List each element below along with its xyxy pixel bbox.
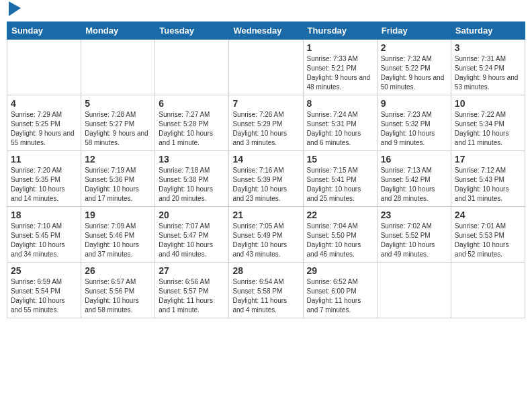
calendar-cell: 22Sunrise: 7:04 AM Sunset: 5:50 PM Dayli… <box>303 207 377 263</box>
day-number: 2 <box>381 42 447 53</box>
logo-icon <box>9 1 21 16</box>
calendar-cell <box>7 40 81 95</box>
calendar-cell: 26Sunrise: 6:57 AM Sunset: 5:56 PM Dayli… <box>81 263 155 318</box>
day-info: Sunrise: 7:09 AM Sunset: 5:46 PM Dayligh… <box>85 222 151 259</box>
svg-marker-0 <box>9 1 21 16</box>
calendar-cell: 14Sunrise: 7:16 AM Sunset: 5:39 PM Dayli… <box>229 151 303 207</box>
day-info: Sunrise: 7:20 AM Sunset: 5:35 PM Dayligh… <box>11 166 77 203</box>
calendar-cell <box>377 263 451 318</box>
day-number: 4 <box>11 98 77 109</box>
day-info: Sunrise: 6:59 AM Sunset: 5:54 PM Dayligh… <box>11 277 77 315</box>
day-number: 26 <box>85 265 151 276</box>
day-info: Sunrise: 6:52 AM Sunset: 6:00 PM Dayligh… <box>307 277 373 315</box>
day-info: Sunrise: 7:18 AM Sunset: 5:38 PM Dayligh… <box>159 166 225 203</box>
calendar-cell: 18Sunrise: 7:10 AM Sunset: 5:45 PM Dayli… <box>7 207 81 263</box>
calendar-cell: 25Sunrise: 6:59 AM Sunset: 5:54 PM Dayli… <box>7 263 81 318</box>
day-info: Sunrise: 7:32 AM Sunset: 5:22 PM Dayligh… <box>381 54 447 92</box>
calendar-cell: 4Sunrise: 7:29 AM Sunset: 5:25 PM Daylig… <box>7 95 81 151</box>
calendar-cell: 7Sunrise: 7:26 AM Sunset: 5:29 PM Daylig… <box>229 95 303 151</box>
day-info: Sunrise: 7:13 AM Sunset: 5:42 PM Dayligh… <box>381 166 447 203</box>
day-info: Sunrise: 7:02 AM Sunset: 5:52 PM Dayligh… <box>381 222 447 259</box>
page: SundayMondayTuesdayWednesdayThursdayFrid… <box>0 0 532 411</box>
calendar-cell: 5Sunrise: 7:28 AM Sunset: 5:27 PM Daylig… <box>81 95 155 151</box>
calendar-week-0: 1Sunrise: 7:33 AM Sunset: 5:21 PM Daylig… <box>7 40 525 95</box>
calendar-cell: 1Sunrise: 7:33 AM Sunset: 5:21 PM Daylig… <box>303 40 377 95</box>
day-info: Sunrise: 7:27 AM Sunset: 5:28 PM Dayligh… <box>159 110 225 148</box>
weekday-header-tuesday: Tuesday <box>155 22 229 40</box>
calendar-cell <box>451 263 525 318</box>
day-info: Sunrise: 7:29 AM Sunset: 5:25 PM Dayligh… <box>11 110 77 148</box>
day-number: 3 <box>455 42 521 53</box>
calendar-cell: 12Sunrise: 7:19 AM Sunset: 5:36 PM Dayli… <box>81 151 155 207</box>
calendar-cell: 2Sunrise: 7:32 AM Sunset: 5:22 PM Daylig… <box>377 40 451 95</box>
calendar-week-2: 11Sunrise: 7:20 AM Sunset: 5:35 PM Dayli… <box>7 151 525 207</box>
day-info: Sunrise: 7:12 AM Sunset: 5:43 PM Dayligh… <box>455 166 521 203</box>
day-number: 8 <box>307 98 373 109</box>
weekday-header-saturday: Saturday <box>451 22 525 40</box>
calendar-body: 1Sunrise: 7:33 AM Sunset: 5:21 PM Daylig… <box>7 40 525 318</box>
day-number: 19 <box>85 210 151 220</box>
day-info: Sunrise: 7:07 AM Sunset: 5:47 PM Dayligh… <box>159 222 225 259</box>
calendar-cell: 17Sunrise: 7:12 AM Sunset: 5:43 PM Dayli… <box>451 151 525 207</box>
day-number: 1 <box>307 42 373 53</box>
day-number: 18 <box>11 210 77 220</box>
day-info: Sunrise: 7:24 AM Sunset: 5:31 PM Dayligh… <box>307 110 373 148</box>
day-number: 28 <box>232 265 299 276</box>
weekday-header-thursday: Thursday <box>303 22 377 40</box>
day-info: Sunrise: 6:54 AM Sunset: 5:58 PM Dayligh… <box>232 277 299 315</box>
day-number: 17 <box>455 154 521 165</box>
day-info: Sunrise: 6:56 AM Sunset: 5:57 PM Dayligh… <box>159 277 225 315</box>
weekday-header-monday: Monday <box>81 22 155 40</box>
day-number: 21 <box>232 210 299 220</box>
weekday-header-row: SundayMondayTuesdayWednesdayThursdayFrid… <box>7 22 525 40</box>
calendar-cell: 16Sunrise: 7:13 AM Sunset: 5:42 PM Dayli… <box>377 151 451 207</box>
day-info: Sunrise: 7:05 AM Sunset: 5:49 PM Dayligh… <box>232 222 299 259</box>
day-info: Sunrise: 7:15 AM Sunset: 5:41 PM Dayligh… <box>307 166 373 203</box>
day-number: 7 <box>232 98 299 109</box>
calendar-cell: 23Sunrise: 7:02 AM Sunset: 5:52 PM Dayli… <box>377 207 451 263</box>
day-number: 20 <box>159 210 225 220</box>
day-info: Sunrise: 7:31 AM Sunset: 5:24 PM Dayligh… <box>455 54 521 92</box>
day-info: Sunrise: 7:26 AM Sunset: 5:29 PM Dayligh… <box>232 110 299 148</box>
calendar-cell: 29Sunrise: 6:52 AM Sunset: 6:00 PM Dayli… <box>303 263 377 318</box>
calendar-cell <box>155 40 229 95</box>
day-number: 11 <box>11 154 77 165</box>
day-info: Sunrise: 7:33 AM Sunset: 5:21 PM Dayligh… <box>307 54 373 92</box>
calendar-week-3: 18Sunrise: 7:10 AM Sunset: 5:45 PM Dayli… <box>7 207 525 263</box>
day-number: 22 <box>307 210 373 220</box>
calendar-cell: 9Sunrise: 7:23 AM Sunset: 5:32 PM Daylig… <box>377 95 451 151</box>
calendar-cell: 13Sunrise: 7:18 AM Sunset: 5:38 PM Dayli… <box>155 151 229 207</box>
day-info: Sunrise: 7:10 AM Sunset: 5:45 PM Dayligh… <box>11 222 77 259</box>
calendar-cell: 15Sunrise: 7:15 AM Sunset: 5:41 PM Dayli… <box>303 151 377 207</box>
day-number: 12 <box>85 154 151 165</box>
weekday-header-wednesday: Wednesday <box>229 22 303 40</box>
day-info: Sunrise: 7:04 AM Sunset: 5:50 PM Dayligh… <box>307 222 373 259</box>
logo <box>7 7 21 16</box>
day-info: Sunrise: 7:16 AM Sunset: 5:39 PM Dayligh… <box>232 166 299 203</box>
calendar-cell: 28Sunrise: 6:54 AM Sunset: 5:58 PM Dayli… <box>229 263 303 318</box>
day-number: 29 <box>307 265 373 276</box>
calendar-cell: 8Sunrise: 7:24 AM Sunset: 5:31 PM Daylig… <box>303 95 377 151</box>
calendar-cell: 10Sunrise: 7:22 AM Sunset: 5:34 PM Dayli… <box>451 95 525 151</box>
weekday-header-sunday: Sunday <box>7 22 81 40</box>
day-number: 25 <box>11 265 77 276</box>
calendar-cell: 3Sunrise: 7:31 AM Sunset: 5:24 PM Daylig… <box>451 40 525 95</box>
calendar-cell: 19Sunrise: 7:09 AM Sunset: 5:46 PM Dayli… <box>81 207 155 263</box>
calendar-cell: 20Sunrise: 7:07 AM Sunset: 5:47 PM Dayli… <box>155 207 229 263</box>
calendar-cell <box>81 40 155 95</box>
day-info: Sunrise: 7:28 AM Sunset: 5:27 PM Dayligh… <box>85 110 151 148</box>
day-number: 6 <box>159 98 225 109</box>
day-info: Sunrise: 7:22 AM Sunset: 5:34 PM Dayligh… <box>455 110 521 148</box>
day-info: Sunrise: 7:23 AM Sunset: 5:32 PM Dayligh… <box>381 110 447 148</box>
day-info: Sunrise: 6:57 AM Sunset: 5:56 PM Dayligh… <box>85 277 151 315</box>
header <box>7 7 525 16</box>
day-info: Sunrise: 7:19 AM Sunset: 5:36 PM Dayligh… <box>85 166 151 203</box>
day-number: 24 <box>455 210 521 220</box>
calendar-cell: 6Sunrise: 7:27 AM Sunset: 5:28 PM Daylig… <box>155 95 229 151</box>
day-number: 16 <box>381 154 447 165</box>
day-info: Sunrise: 7:01 AM Sunset: 5:53 PM Dayligh… <box>455 222 521 259</box>
calendar-table: SundayMondayTuesdayWednesdayThursdayFrid… <box>7 21 525 318</box>
day-number: 10 <box>455 98 521 109</box>
calendar-cell <box>229 40 303 95</box>
day-number: 5 <box>85 98 151 109</box>
